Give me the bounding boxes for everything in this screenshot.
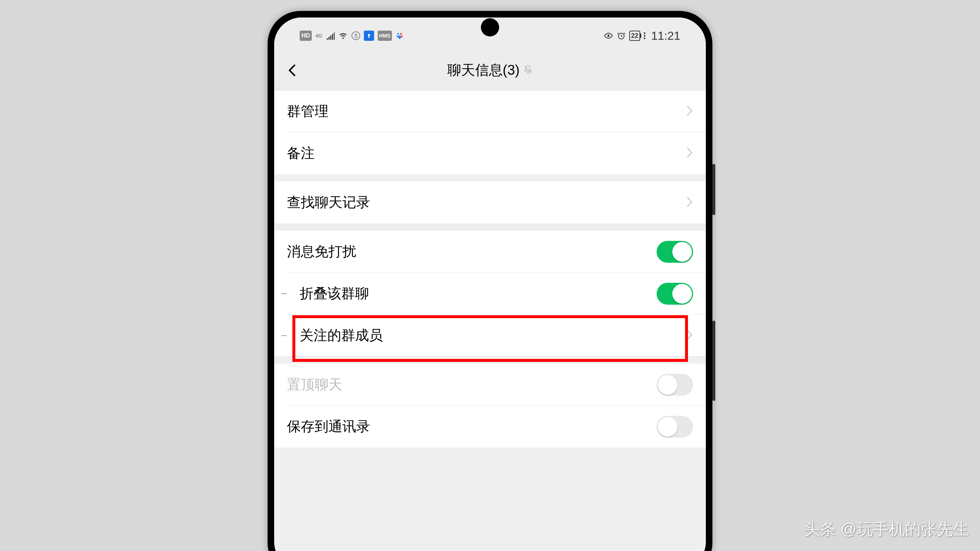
- row-label: 消息免打扰: [287, 242, 356, 261]
- watermark: 头条 @玩手机的张先生: [804, 519, 969, 540]
- eye-icon: [604, 30, 613, 41]
- row-label: 备注: [287, 144, 315, 162]
- app-badge-icon: [364, 30, 374, 41]
- svg-point-5: [401, 36, 402, 38]
- svg-point-7: [608, 35, 609, 37]
- settings-list: 群管理 备注 查找聊天记录: [274, 91, 706, 448]
- svg-rect-10: [644, 35, 645, 37]
- save-toggle[interactable]: [657, 416, 693, 438]
- save-to-contacts-row[interactable]: 保存到通讯录: [274, 406, 706, 448]
- signal-bars-icon: [326, 30, 335, 41]
- paw-icon: [396, 30, 404, 41]
- indent-marker-icon: [282, 293, 286, 294]
- row-label: 置顶聊天: [287, 375, 342, 394]
- pin-toggle[interactable]: [657, 374, 693, 396]
- phone-screen: HD 4G HMS: [274, 17, 706, 551]
- svg-point-4: [396, 36, 398, 38]
- pin-chat-row[interactable]: 置顶聊天: [274, 364, 706, 406]
- hand-icon: [352, 30, 360, 41]
- status-bar-right: 22 11:21: [604, 29, 680, 43]
- nav-bar: 聊天信息(3): [274, 50, 706, 91]
- hms-icon: HMS: [378, 30, 392, 41]
- status-bar-left: HD 4G HMS: [300, 30, 404, 41]
- back-button[interactable]: [285, 63, 300, 78]
- settings-group: 群管理 备注: [274, 91, 706, 174]
- row-label: 群管理: [287, 102, 328, 121]
- indent-marker-icon: [282, 335, 286, 336]
- mute-bell-icon: [523, 65, 533, 76]
- phone-side-button: [713, 164, 715, 215]
- signal-4g-icon: 4G: [315, 30, 322, 41]
- watermark-text: @玩手机的张先生: [840, 519, 969, 540]
- phone-frame: HD 4G HMS: [267, 11, 713, 551]
- group-management-row[interactable]: 群管理: [274, 91, 706, 132]
- settings-group: 查找聊天记录: [274, 181, 706, 223]
- svg-point-3: [400, 33, 402, 35]
- svg-point-2: [397, 33, 399, 35]
- battery-icon: 22: [629, 30, 640, 41]
- chevron-right-icon: [686, 196, 693, 209]
- row-label: 查找聊天记录: [287, 193, 370, 212]
- settings-group: 消息免打扰 折叠该群聊 关注的群成员: [274, 231, 706, 356]
- more-battery-icon: [644, 30, 645, 41]
- fold-group-chat-row[interactable]: 折叠该群聊: [274, 273, 706, 314]
- row-label: 关注的群成员: [300, 326, 383, 345]
- phone-side-button: [713, 321, 715, 401]
- followed-members-row[interactable]: 关注的群成员: [274, 314, 706, 356]
- svg-rect-11: [644, 38, 645, 39]
- mute-toggle[interactable]: [657, 241, 693, 263]
- chevron-right-icon: [686, 147, 693, 160]
- svg-point-6: [398, 35, 401, 39]
- settings-group: 置顶聊天 保存到通讯录: [274, 364, 706, 448]
- remark-row[interactable]: 备注: [274, 132, 706, 174]
- chevron-right-icon: [686, 105, 693, 118]
- search-chat-history-row[interactable]: 查找聊天记录: [274, 181, 706, 223]
- hd-icon: HD: [300, 30, 312, 41]
- chevron-right-icon: [686, 329, 693, 342]
- row-label: 折叠该群聊: [300, 284, 369, 303]
- camera-notch: [481, 18, 499, 37]
- row-label: 保存到通讯录: [287, 417, 370, 436]
- mute-notifications-row[interactable]: 消息免打扰: [274, 231, 706, 273]
- fold-toggle[interactable]: [657, 283, 693, 305]
- alarm-icon: [617, 30, 625, 41]
- svg-rect-9: [644, 32, 645, 34]
- wifi-icon: [338, 30, 348, 41]
- svg-point-1: [368, 34, 370, 36]
- nav-title: 聊天信息(3): [447, 61, 520, 79]
- status-time: 11:21: [651, 29, 680, 43]
- watermark-brand: 头条: [804, 519, 836, 540]
